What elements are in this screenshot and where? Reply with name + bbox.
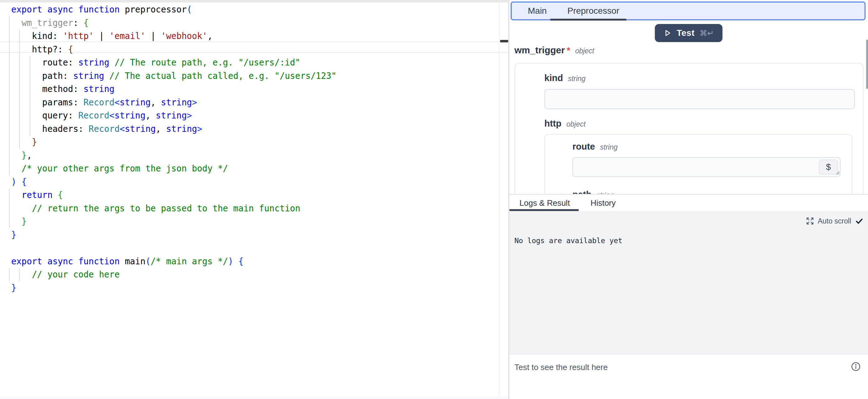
field-name: kind bbox=[545, 73, 563, 83]
code-content[interactable]: export async function preprocessor( wm_t… bbox=[0, 3, 336, 294]
field-header-route: route string bbox=[572, 142, 841, 153]
field-header-path: path string bbox=[572, 189, 841, 194]
logs-tabbar: Logs & Result History bbox=[509, 195, 868, 211]
panel-scrollbar-thumb[interactable] bbox=[866, 39, 868, 89]
editor-top-strip bbox=[0, 0, 508, 2]
logs-panel: Auto scroll No logs are available yet bbox=[509, 211, 868, 354]
code-line: route: string // The route path, e.g. "/… bbox=[11, 56, 336, 69]
field-type: string bbox=[568, 74, 586, 83]
tab-logs-result[interactable]: Logs & Result bbox=[520, 198, 570, 208]
test-button[interactable]: Test ⌘↵ bbox=[655, 24, 722, 42]
field-type: string bbox=[596, 191, 614, 194]
route-input[interactable] bbox=[572, 157, 841, 177]
info-circle-icon[interactable] bbox=[850, 361, 861, 373]
field-name: path bbox=[572, 189, 591, 194]
required-asterisk: * bbox=[567, 45, 570, 56]
code-line: } bbox=[11, 281, 336, 295]
field-name: route bbox=[572, 142, 595, 152]
kind-input[interactable] bbox=[545, 89, 855, 109]
field-header-kind: kind string bbox=[545, 73, 855, 84]
script-editor-window: export async function preprocessor( wm_t… bbox=[0, 0, 868, 399]
resize-grip-icon[interactable] bbox=[834, 170, 840, 177]
field-header-http: http object bbox=[545, 119, 855, 130]
play-icon bbox=[663, 29, 672, 37]
code-line: /* your other args from the json body */ bbox=[11, 162, 336, 175]
active-tab-underline bbox=[550, 19, 626, 21]
overview-ruler-cursor-marker[interactable] bbox=[500, 40, 508, 42]
test-shortcut: ⌘↵ bbox=[700, 29, 714, 38]
field-header-wm-trigger: wm_trigger * object bbox=[515, 45, 594, 56]
code-line: wm_trigger: { bbox=[11, 16, 336, 30]
code-line: ) { bbox=[11, 175, 336, 189]
code-line bbox=[11, 241, 336, 255]
field-type: object bbox=[575, 47, 594, 55]
field-type: string bbox=[600, 143, 618, 152]
check-icon[interactable] bbox=[855, 217, 864, 225]
code-editor[interactable]: export async function preprocessor( wm_t… bbox=[0, 0, 508, 399]
result-placeholder-text: Test to see the result here bbox=[515, 363, 608, 372]
code-line: params: Record<string, string> bbox=[11, 96, 336, 109]
code-line: return { bbox=[11, 188, 336, 202]
field-name: http bbox=[545, 119, 561, 129]
code-line: query: Record<string, string> bbox=[11, 109, 336, 122]
code-line: http?: { bbox=[11, 43, 336, 56]
test-button-label: Test bbox=[677, 28, 695, 38]
function-tabbar: Main Preprocessor bbox=[511, 2, 866, 20]
wm-trigger-object-box: kind string http object route string $ bbox=[515, 63, 864, 194]
schema-form: wm_trigger * object kind string http obj… bbox=[509, 44, 868, 194]
code-line: export async function main(/* main args … bbox=[11, 255, 336, 268]
code-line: }, bbox=[11, 149, 336, 162]
code-line: kind: 'http' | 'email' | 'webhook', bbox=[11, 29, 336, 43]
code-line: } bbox=[11, 215, 336, 228]
tab-preprocessor[interactable]: Preprocessor bbox=[567, 6, 620, 16]
auto-scroll-control[interactable]: Auto scroll bbox=[806, 217, 864, 225]
code-line: // return the args to be passed to the m… bbox=[11, 202, 336, 215]
auto-scroll-label: Auto scroll bbox=[818, 217, 851, 225]
code-line: path: string // The actual path called, … bbox=[11, 69, 336, 83]
test-panel: Main Preprocessor Test ⌘↵ wm_trigger * o… bbox=[509, 0, 868, 399]
field-type: object bbox=[566, 120, 586, 128]
code-line: // your code here bbox=[11, 268, 336, 281]
code-line: } bbox=[11, 228, 336, 242]
editor-scrollbar-track[interactable] bbox=[499, 0, 499, 399]
tab-history[interactable]: History bbox=[590, 198, 616, 208]
code-line: method: string bbox=[11, 82, 336, 96]
editor-bottom-strip bbox=[0, 397, 508, 399]
field-name: wm_trigger bbox=[515, 45, 565, 56]
code-line: } bbox=[11, 135, 336, 149]
http-object-box: route string $ path string bbox=[545, 134, 852, 194]
expand-icon[interactable] bbox=[806, 217, 814, 225]
code-line: headers: Record<string, string> bbox=[11, 122, 336, 135]
code-line: export async function preprocessor( bbox=[11, 3, 336, 16]
tab-main[interactable]: Main bbox=[528, 6, 547, 16]
result-bar: Test to see the result here bbox=[509, 354, 868, 399]
logs-empty-text: No logs are available yet bbox=[515, 237, 622, 245]
